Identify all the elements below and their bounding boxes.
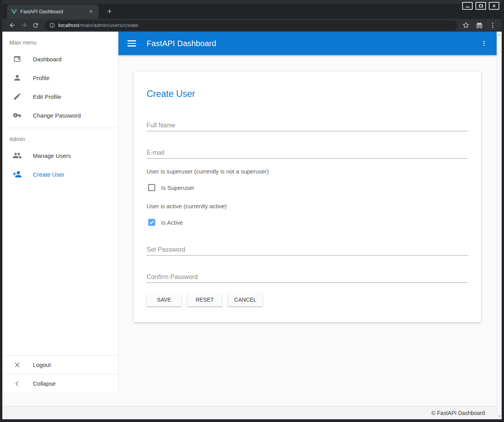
person-add-icon — [13, 170, 22, 179]
window-controls: × — [462, 2, 499, 10]
full-name-input[interactable] — [147, 120, 468, 131]
chevron-left-icon — [13, 379, 22, 388]
browser-toolbar: localhost/main/admin/users/create — [2, 19, 502, 32]
back-icon[interactable] — [6, 20, 18, 30]
tab-title: FastAPI Dashboard — [20, 9, 88, 14]
browser-window: FastAPI Dashboard × + × localhost/main/a… — [0, 0, 504, 422]
tab-strip: FastAPI Dashboard × + × — [2, 0, 502, 19]
browser-menu-icon[interactable] — [489, 22, 496, 29]
sidebar-item-manage-users[interactable]: Manage Users — [2, 146, 118, 165]
superuser-checkbox-row[interactable]: Is Superuser — [148, 184, 468, 191]
app-header: FastAPI Dashboard — [118, 32, 497, 55]
sidebar: Main menu Dashboard Profile — [2, 32, 118, 393]
sidebar-item-dashboard[interactable]: Dashboard — [2, 50, 118, 68]
superuser-checkbox[interactable] — [148, 184, 155, 191]
info-icon — [49, 22, 55, 28]
sidebar-item-change-password[interactable]: Change Password — [2, 106, 118, 125]
url-bar[interactable]: localhost/main/admin/users/create — [45, 20, 457, 30]
incognito-icon[interactable] — [475, 22, 484, 29]
sidebar-item-label: Collapse — [33, 380, 56, 387]
window-close-button[interactable]: × — [489, 2, 499, 10]
app-title: FastAPI Dashboard — [147, 39, 477, 48]
sidebar-item-profile[interactable]: Profile — [2, 68, 118, 87]
main-area: FastAPI Dashboard Create User User is su… — [118, 32, 497, 406]
sidebar-item-label: Profile — [33, 75, 50, 81]
tab-close-icon[interactable]: × — [88, 8, 95, 15]
active-checkbox-row[interactable]: Is Active — [148, 219, 468, 226]
reset-button[interactable]: RESET — [187, 293, 222, 306]
superuser-checkbox-label: Is Superuser — [161, 184, 194, 191]
sidebar-item-label: Manage Users — [33, 152, 71, 159]
page: Main menu Dashboard Profile — [2, 32, 502, 419]
sidebar-item-label: Edit Profile — [33, 93, 61, 100]
active-checkbox-label: Is Active — [161, 219, 183, 226]
bookmark-star-icon[interactable] — [462, 21, 470, 29]
person-icon — [13, 73, 22, 82]
app-menu-icon[interactable] — [477, 36, 491, 50]
page-content: Create User User is superuser (currently… — [118, 55, 497, 406]
scroll-up-icon[interactable]: ▲ — [498, 32, 501, 38]
people-icon — [13, 151, 22, 160]
active-checkbox[interactable] — [148, 219, 155, 226]
key-icon — [13, 111, 22, 120]
page-scrollbar[interactable]: ▲ ▼ — [497, 32, 502, 419]
pencil-icon — [13, 92, 22, 101]
create-user-card: Create User User is superuser (currently… — [134, 72, 481, 322]
form-actions: SAVE RESET CANCEL — [147, 293, 468, 306]
sidebar-item-label: Logout — [33, 361, 51, 368]
copyright-text: © FastAPI Dashboard — [432, 410, 485, 416]
email-input[interactable] — [147, 147, 468, 159]
maximize-button[interactable] — [475, 2, 486, 10]
browser-tab[interactable]: FastAPI Dashboard × — [7, 5, 99, 19]
superuser-hint: User is superuser (currently is not a su… — [147, 168, 468, 175]
url-path: /main/admin/users/create — [79, 22, 138, 28]
scroll-down-icon[interactable]: ▼ — [498, 413, 501, 419]
hamburger-menu-icon[interactable] — [124, 36, 140, 51]
active-hint: User is active (currently active) — [147, 203, 468, 209]
save-button[interactable]: SAVE — [147, 293, 181, 306]
dashboard-icon — [13, 54, 22, 64]
sidebar-item-create-user[interactable]: Create User — [2, 165, 118, 184]
sidebar-item-edit-profile[interactable]: Edit Profile — [2, 87, 118, 106]
sidebar-section-main-menu: Main menu — [2, 32, 118, 50]
forward-icon[interactable] — [18, 20, 30, 30]
sidebar-item-logout[interactable]: Logout — [2, 355, 118, 374]
page-title: Create User — [147, 89, 468, 99]
set-password-input[interactable] — [147, 244, 468, 256]
page-footer: © FastAPI Dashboard — [2, 406, 497, 419]
vue-logo-icon — [11, 9, 17, 15]
cancel-button[interactable]: CANCEL — [228, 293, 263, 306]
confirm-password-input[interactable] — [147, 271, 468, 283]
url-host: localhost — [58, 22, 79, 28]
sidebar-item-label: Create User — [33, 171, 65, 178]
checkmark-icon — [149, 220, 154, 225]
close-icon — [13, 360, 22, 370]
sidebar-section-admin: Admin — [2, 128, 118, 146]
new-tab-button[interactable]: + — [104, 6, 115, 17]
minimize-button[interactable] — [462, 2, 473, 10]
sidebar-item-label: Change Password — [33, 112, 81, 119]
reload-icon[interactable] — [30, 20, 41, 30]
sidebar-item-collapse[interactable]: Collapse — [2, 374, 118, 393]
sidebar-item-label: Dashboard — [33, 56, 61, 63]
